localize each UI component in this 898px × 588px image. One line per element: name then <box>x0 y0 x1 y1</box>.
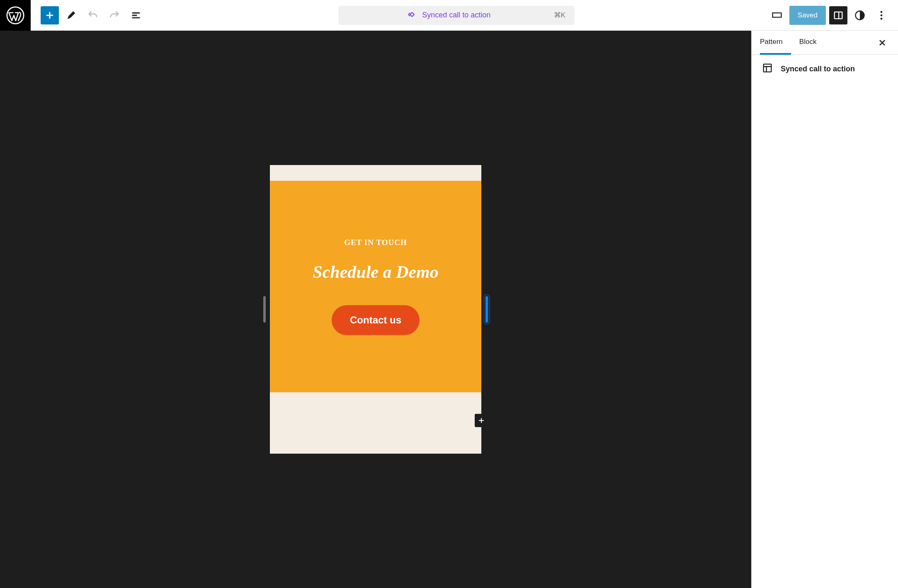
inspector-sidebar: Pattern Block Synced call to action <box>751 31 898 588</box>
canvas-frame[interactable]: GET IN TOUCH Schedule a Demo Contact us <box>270 165 481 454</box>
editor-canvas[interactable]: GET IN TOUCH Schedule a Demo Contact us <box>0 31 751 588</box>
cta-block[interactable]: GET IN TOUCH Schedule a Demo Contact us <box>270 181 481 392</box>
resize-handle-right[interactable] <box>485 296 488 323</box>
resize-handle-left[interactable] <box>263 296 266 323</box>
synced-pattern-icon <box>407 10 417 21</box>
undo-button <box>84 6 102 24</box>
tab-pattern[interactable]: Pattern <box>760 31 791 55</box>
template-icon <box>762 62 773 75</box>
add-block-button[interactable] <box>41 6 59 24</box>
view-button[interactable] <box>768 6 786 24</box>
cta-button[interactable]: Contact us <box>332 305 420 335</box>
top-toolbar: Synced call to action ⌘K Saved <box>0 0 898 31</box>
list-view-icon <box>130 10 142 21</box>
svg-point-4 <box>881 14 883 16</box>
command-bar-shortcut: ⌘K <box>554 11 565 19</box>
main-area: GET IN TOUCH Schedule a Demo Contact us … <box>0 31 898 588</box>
tab-block[interactable]: Block <box>791 31 825 55</box>
append-block-button[interactable] <box>475 414 488 427</box>
command-bar[interactable]: Synced call to action ⌘K <box>338 6 575 25</box>
inspector-tabs: Pattern Block <box>752 31 898 55</box>
toolbar-right-group: Saved <box>768 6 898 25</box>
styles-button[interactable] <box>851 6 869 24</box>
pencil-icon <box>66 10 77 21</box>
command-bar-label: Synced call to action <box>422 11 490 19</box>
saved-button[interactable]: Saved <box>789 6 826 25</box>
plus-icon <box>477 416 485 425</box>
toolbar-center: Synced call to action ⌘K <box>145 6 768 25</box>
close-icon <box>877 38 887 48</box>
plus-icon <box>44 10 56 21</box>
more-vertical-icon <box>876 10 887 21</box>
desktop-icon <box>771 10 783 21</box>
wordpress-icon <box>6 6 24 24</box>
sidebar-icon <box>832 10 844 21</box>
wordpress-logo[interactable] <box>0 0 31 31</box>
inspector-item-row[interactable]: Synced call to action <box>762 62 888 75</box>
undo-icon <box>87 10 99 21</box>
tools-button[interactable] <box>62 6 80 24</box>
close-inspector-button[interactable] <box>875 35 890 50</box>
cta-heading[interactable]: Schedule a Demo <box>313 262 438 282</box>
redo-icon <box>109 10 120 21</box>
toolbar-left-group <box>31 6 145 24</box>
half-circle-icon <box>854 10 866 21</box>
document-overview-button[interactable] <box>127 6 145 24</box>
inspector-item-label: Synced call to action <box>781 65 855 73</box>
redo-button <box>105 6 124 24</box>
settings-sidebar-toggle[interactable] <box>829 6 847 24</box>
options-button[interactable] <box>872 6 891 24</box>
svg-point-5 <box>881 17 883 19</box>
svg-point-3 <box>881 11 883 13</box>
inspector-body: Synced call to action <box>752 55 898 83</box>
svg-rect-6 <box>764 64 772 72</box>
cta-eyebrow[interactable]: GET IN TOUCH <box>344 238 407 247</box>
